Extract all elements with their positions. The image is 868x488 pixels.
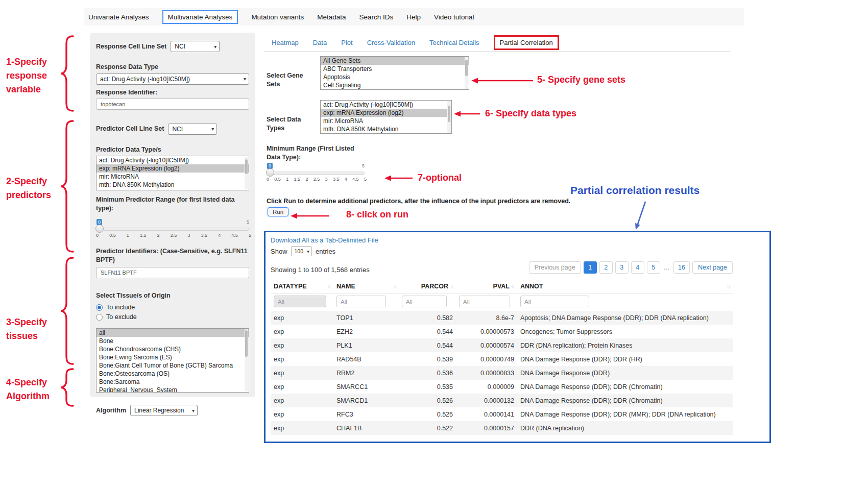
page-1-button[interactable]: 1 bbox=[584, 261, 597, 274]
tab-plot[interactable]: Plot bbox=[341, 39, 352, 46]
tab-partial-correlation[interactable]: Partial Correlation bbox=[494, 35, 559, 50]
entries-per-page-select[interactable]: 100 ▾ bbox=[291, 246, 312, 256]
listbox-option[interactable]: Bone bbox=[97, 337, 249, 345]
cell-parcor: 0.522 bbox=[399, 421, 456, 435]
table-row[interactable]: exp SMARCC1 0.535 0.000009 DNA Damage Re… bbox=[271, 380, 733, 394]
page-16-button[interactable]: 16 bbox=[673, 261, 690, 274]
col-header-parcor[interactable]: PARCOR↑↓ bbox=[399, 280, 456, 294]
predictor-identifiers-input[interactable] bbox=[96, 267, 249, 278]
tissue-include-radio[interactable]: To include bbox=[96, 304, 249, 311]
listbox-option[interactable]: mir: MicroRNA bbox=[321, 117, 451, 125]
data-types-row: Select Data Types act: Drug Activity (-l… bbox=[267, 100, 452, 134]
tab-data[interactable]: Data bbox=[313, 39, 327, 46]
table-row[interactable]: exp EZH2 0.544 0.00000573 Oncogenes; Tum… bbox=[271, 325, 733, 338]
scrollbar-thumb[interactable] bbox=[245, 159, 248, 174]
listbox-option[interactable]: All Gene Sets bbox=[321, 57, 469, 65]
partial-correlation-results-panel: Download All as a Tab-Delimited File Sho… bbox=[264, 231, 771, 443]
col-header-name[interactable]: NAME↑↓ bbox=[333, 280, 399, 294]
cell-annot: DDR (DNA replication); Protein Kinases bbox=[517, 338, 733, 352]
nav-help[interactable]: Help bbox=[406, 13, 421, 21]
scrollbar[interactable] bbox=[447, 101, 451, 133]
sort-icon[interactable]: ↑↓ bbox=[450, 284, 453, 289]
scrollbar-thumb[interactable] bbox=[245, 330, 248, 356]
listbox-option[interactable]: exp: mRNA Expression (log2) bbox=[321, 109, 451, 117]
next-page-button[interactable]: Next page bbox=[692, 261, 733, 274]
previous-page-button[interactable]: Previous page bbox=[529, 261, 581, 274]
response-cell-line-select[interactable]: NCI ▾ bbox=[171, 41, 220, 52]
col-header-annot[interactable]: ANNOT↑↓ bbox=[517, 280, 733, 294]
filter-pval-input[interactable] bbox=[459, 296, 510, 307]
tab-technical-details[interactable]: Technical Details bbox=[429, 39, 479, 46]
sort-icon[interactable]: ↑↓ bbox=[327, 284, 330, 289]
slider-tick-label: 3.5 bbox=[201, 233, 207, 238]
scrollbar[interactable] bbox=[465, 57, 468, 89]
table-row[interactable]: exp TOP1 0.582 8.6e-7 Apoptosis; DNA Dam… bbox=[271, 311, 733, 325]
cell-annot: DNA Damage Response (DDR) bbox=[517, 366, 733, 380]
sort-icon[interactable]: ↑↓ bbox=[727, 284, 730, 289]
sort-icon[interactable]: ↑↓ bbox=[511, 284, 514, 289]
listbox-option[interactable]: Apoptosis bbox=[321, 73, 469, 81]
listbox-option[interactable]: mir: MicroRNA bbox=[97, 173, 249, 181]
annotation-step7: 7-optional bbox=[418, 171, 462, 185]
table-row[interactable]: exp RRM2 0.536 0.00000833 DNA Damage Res… bbox=[271, 366, 733, 380]
page-5-button[interactable]: 5 bbox=[647, 261, 660, 274]
col-header-pval[interactable]: PVAL↑↓ bbox=[456, 280, 517, 294]
download-link[interactable]: Download All as a Tab-Delimited File bbox=[271, 236, 378, 244]
table-row[interactable]: exp SMARCD1 0.526 0.0000132 DNA Damage R… bbox=[271, 394, 733, 407]
tab-cross-validation[interactable]: Cross-Validation bbox=[367, 39, 415, 46]
nav-search-ids[interactable]: Search IDs bbox=[359, 13, 393, 21]
col-header-datatype[interactable]: DATATYPE↑↓ bbox=[271, 280, 333, 294]
filter-datatype-input[interactable] bbox=[274, 296, 326, 307]
page-4-button[interactable]: 4 bbox=[631, 261, 644, 274]
listbox-option[interactable]: act: Drug Activity (-log10[IC50M]) bbox=[97, 156, 249, 164]
listbox-option[interactable]: exp: mRNA Expression (log2) bbox=[97, 164, 249, 173]
slider-handle[interactable] bbox=[266, 168, 274, 177]
slider-track[interactable] bbox=[267, 172, 365, 175]
slider-handle[interactable] bbox=[95, 225, 104, 233]
nav-video-tutorial[interactable]: Video tutorial bbox=[434, 13, 474, 21]
nav-metadata[interactable]: Metadata bbox=[317, 13, 346, 21]
tab-heatmap[interactable]: Heatmap bbox=[272, 39, 299, 46]
listbox-option[interactable]: Bone:Osteosarcoma (OS) bbox=[97, 370, 249, 378]
nav-multivariate-analyses[interactable]: Multivariate Analyses bbox=[162, 10, 238, 24]
algorithm-select[interactable]: Linear Regression ▾ bbox=[130, 405, 198, 416]
filter-name-input[interactable] bbox=[336, 296, 386, 307]
scrollbar[interactable] bbox=[245, 329, 248, 392]
filter-parcor-input[interactable] bbox=[402, 296, 447, 307]
table-row[interactable]: exp CHAF1B 0.522 0.0000157 DDR (DNA repl… bbox=[271, 421, 733, 435]
page-3-button[interactable]: 3 bbox=[615, 261, 629, 274]
nav-mutation-variants[interactable]: Mutation variants bbox=[251, 13, 304, 21]
response-identifier-input[interactable] bbox=[96, 99, 249, 110]
listbox-option[interactable]: Bone:Ewing Sarcoma (ES) bbox=[97, 353, 249, 361]
listbox-option[interactable]: mth: DNA 850K Methylation bbox=[321, 125, 451, 133]
table-row[interactable]: exp RFC3 0.525 0.0000141 DNA Damage Resp… bbox=[271, 407, 733, 421]
cell-datatype: exp bbox=[271, 325, 333, 338]
table-row[interactable]: exp RAD54B 0.539 0.00000749 DNA Damage R… bbox=[271, 352, 733, 366]
table-row[interactable]: exp PLK1 0.544 0.00000574 DDR (DNA repli… bbox=[271, 338, 733, 352]
listbox-option[interactable]: all bbox=[97, 329, 249, 337]
filter-annot-input[interactable] bbox=[520, 296, 589, 307]
listbox-option[interactable]: Bone:Sarcoma bbox=[97, 378, 249, 386]
slider-track[interactable] bbox=[96, 228, 249, 231]
listbox-option[interactable]: Bone:Giant Cell Tumor of Bone (GCTB) Sar… bbox=[97, 361, 249, 370]
cell-annot: DDR (DNA replication) bbox=[517, 421, 733, 435]
listbox-option[interactable]: Peripheral_Nervous_System bbox=[97, 386, 249, 392]
results-tabs: Heatmap Data Plot Cross-Validation Techn… bbox=[272, 34, 559, 51]
nav-univariate-analyses[interactable]: Univariate Analyses bbox=[88, 13, 149, 21]
listbox-option[interactable]: act: Drug Activity (-log10[IC50M]) bbox=[321, 101, 451, 109]
min-predictor-range-label: Minimum Predictor Range (for first liste… bbox=[96, 196, 249, 213]
scrollbar[interactable] bbox=[245, 157, 248, 189]
response-data-type-select[interactable]: act: Drug Activity (-log10[IC50M]) ▾ bbox=[96, 74, 249, 85]
listbox-option[interactable]: ABC Transporters bbox=[321, 65, 469, 73]
run-button[interactable]: Run bbox=[268, 207, 288, 216]
tissue-exclude-radio[interactable]: To exclude bbox=[96, 313, 249, 321]
listbox-option[interactable]: Bone:Chondrosarcoma (CHS) bbox=[97, 345, 249, 353]
scrollbar-thumb[interactable] bbox=[465, 60, 468, 76]
cell-parcor: 0.582 bbox=[399, 311, 456, 325]
sort-icon[interactable]: ↑↓ bbox=[393, 284, 396, 289]
scrollbar-thumb[interactable] bbox=[448, 106, 450, 122]
predictor-cell-line-select[interactable]: NCI ▾ bbox=[168, 124, 217, 135]
listbox-option[interactable]: Cell Signaling bbox=[321, 81, 469, 89]
page-2-button[interactable]: 2 bbox=[599, 261, 613, 274]
listbox-option[interactable]: mth: DNA 850K Methylation bbox=[97, 181, 249, 189]
